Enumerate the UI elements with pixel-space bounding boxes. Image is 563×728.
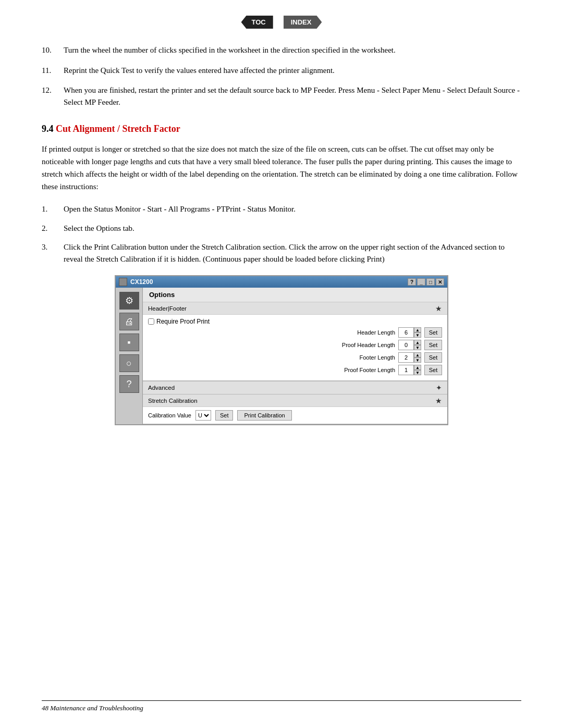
footer-length-spinner: ▲ ▼ <box>398 352 421 363</box>
step-text: Open the Status Monitor - Start - All Pr… <box>64 203 521 215</box>
proof-footer-up[interactable]: ▲ <box>414 365 421 370</box>
header-length-down[interactable]: ▼ <box>414 332 421 338</box>
proof-footer-length-set[interactable]: Set <box>424 365 442 375</box>
calibration-set-button[interactable]: Set <box>215 410 234 421</box>
proof-header-length-set[interactable]: Set <box>424 340 442 350</box>
proof-footer-length-label: Proof Footer Length <box>148 367 395 373</box>
collapse-stretch-calibration-button[interactable]: ★ <box>435 397 442 405</box>
proof-header-length-arrows: ▲ ▼ <box>414 340 421 350</box>
numbered-list: 10. Turn the wheel the number of clicks … <box>42 44 521 108</box>
require-proof-print-label: Require Proof Print <box>156 318 210 325</box>
dialog-sidebar: ⚙ 🖨 ▪ ○ ? <box>116 288 143 424</box>
header-footer-label: Header|Footer <box>148 305 187 312</box>
list-item: 12. When you are finished, restart the p… <box>42 84 521 108</box>
top-navigation: TOC INDEX <box>42 16 521 29</box>
collapse-header-footer-button[interactable]: ★ <box>435 304 442 313</box>
header-length-set[interactable]: Set <box>424 327 442 338</box>
page-footer: 48 Maintenance and Troubleshooting <box>42 700 521 712</box>
footer-length-arrows: ▲ ▼ <box>414 352 421 363</box>
header-footer-section-header: Header|Footer ★ <box>143 302 447 315</box>
index-label: INDEX <box>291 18 312 26</box>
require-proof-print-row: Require Proof Print <box>148 318 442 325</box>
collapse-advanced-button[interactable]: ✦ <box>436 384 442 392</box>
stretch-calibration-section-header: Stretch Calibration ★ <box>143 394 447 407</box>
footer-length-up[interactable]: ▲ <box>414 352 421 357</box>
step-number: 3. <box>42 241 64 265</box>
step-number: 2. <box>42 223 64 235</box>
sidebar-icon-settings[interactable]: ⚙ <box>119 292 139 310</box>
step-item: 3. Click the Print Calibration button un… <box>42 241 521 265</box>
header-length-arrows: ▲ ▼ <box>414 327 421 338</box>
proof-footer-length-spinner: ▲ ▼ <box>398 365 421 375</box>
toc-button[interactable]: TOC <box>241 16 273 29</box>
proof-footer-length-input[interactable] <box>398 365 414 375</box>
calibration-dropdown[interactable]: U <box>195 410 211 421</box>
footer-length-down[interactable]: ▼ <box>414 357 421 363</box>
footer-length-label: Footer Length <box>148 354 395 361</box>
sidebar-icon-help[interactable]: ? <box>119 375 139 393</box>
close-button[interactable]: ✕ <box>436 278 444 286</box>
proof-header-length-input[interactable] <box>398 340 414 350</box>
item-number: 12. <box>42 84 64 108</box>
panel-header: Options <box>143 288 447 302</box>
titlebar-left: CX1200 <box>119 278 153 286</box>
section-heading: 9.4 Cut Alignment / Stretch Factor <box>42 124 521 134</box>
calibration-row: Calibration Value U Set Print Calibratio… <box>143 407 447 424</box>
item-text: Turn the wheel the number of clicks spec… <box>64 44 521 56</box>
minimize-button[interactable]: _ <box>417 278 425 286</box>
step-number: 1. <box>42 203 64 215</box>
proof-header-length-row: Proof Header Length ▲ ▼ Set <box>148 340 442 350</box>
proof-header-length-spinner: ▲ ▼ <box>398 340 421 350</box>
page: TOC INDEX 10. Turn the wheel the number … <box>0 0 563 728</box>
header-length-spinner: ▲ ▼ <box>398 327 421 338</box>
sidebar-icon-print[interactable]: 🖨 <box>119 313 139 330</box>
footer-length-set[interactable]: Set <box>424 352 442 363</box>
footer-length-row: Footer Length ▲ ▼ Set <box>148 352 442 363</box>
header-length-row: Header Length ▲ ▼ Set <box>148 327 442 338</box>
titlebar-controls: ? _ □ ✕ <box>408 278 444 286</box>
list-item: 10. Turn the wheel the number of clicks … <box>42 44 521 56</box>
toc-label: TOC <box>252 18 266 26</box>
proof-header-down[interactable]: ▼ <box>414 345 421 350</box>
step-text: Click the Print Calibration button under… <box>64 241 521 265</box>
advanced-section: Advanced ✦ <box>143 381 447 394</box>
calibration-value-label: Calibration Value <box>148 412 191 418</box>
proof-header-length-label: Proof Header Length <box>148 342 395 348</box>
options-label: Options <box>149 291 175 299</box>
print-calibration-button[interactable]: Print Calibration <box>237 410 291 421</box>
section-number: 9.4 <box>42 124 54 134</box>
stretch-calibration-label: Stretch Calibration <box>148 398 198 404</box>
proof-footer-length-row: Proof Footer Length ▲ ▼ Set <box>148 365 442 375</box>
footer-length-input[interactable] <box>398 352 414 363</box>
help-button[interactable]: ? <box>408 278 416 286</box>
advanced-label: Advanced <box>148 385 175 391</box>
step-item: 2. Select the Options tab. <box>42 223 521 235</box>
require-proof-print-checkbox[interactable] <box>148 318 154 325</box>
dialog-window: CX1200 ? _ □ ✕ ⚙ 🖨 ▪ ○ ? Options <box>115 275 448 425</box>
steps-list: 1. Open the Status Monitor - Start - All… <box>42 203 521 265</box>
header-length-input[interactable] <box>398 327 414 338</box>
header-length-label: Header Length <box>148 329 395 336</box>
proof-footer-length-arrows: ▲ ▼ <box>414 365 421 375</box>
item-text: Reprint the Quick Test to verify the val… <box>64 65 521 77</box>
item-text: When you are finished, restart the print… <box>64 84 521 108</box>
step-item: 1. Open the Status Monitor - Start - All… <box>42 203 521 215</box>
proof-footer-down[interactable]: ▼ <box>414 370 421 375</box>
advanced-section-header: Advanced ✦ <box>143 381 447 394</box>
list-item: 11. Reprint the Quick Test to verify the… <box>42 65 521 77</box>
maximize-button[interactable]: □ <box>426 278 435 286</box>
item-number: 11. <box>42 65 64 77</box>
stretch-calibration-section: Stretch Calibration ★ Calibration Value … <box>143 394 447 424</box>
app-icon <box>119 278 127 286</box>
section-title: Cut Alignment / Stretch Factor <box>56 124 180 134</box>
proof-header-up[interactable]: ▲ <box>414 340 421 345</box>
item-number: 10. <box>42 44 64 56</box>
sidebar-icon-roll[interactable]: ○ <box>119 354 139 372</box>
footer-text: 48 Maintenance and Troubleshooting <box>42 704 143 712</box>
options-panel: Options Header|Footer ★ Require Proof Pr… <box>143 288 447 424</box>
dialog-titlebar: CX1200 ? _ □ ✕ <box>116 276 447 288</box>
step-text: Select the Options tab. <box>64 223 521 235</box>
index-button[interactable]: INDEX <box>284 16 322 29</box>
header-length-up[interactable]: ▲ <box>414 327 421 332</box>
sidebar-icon-media[interactable]: ▪ <box>119 334 139 351</box>
